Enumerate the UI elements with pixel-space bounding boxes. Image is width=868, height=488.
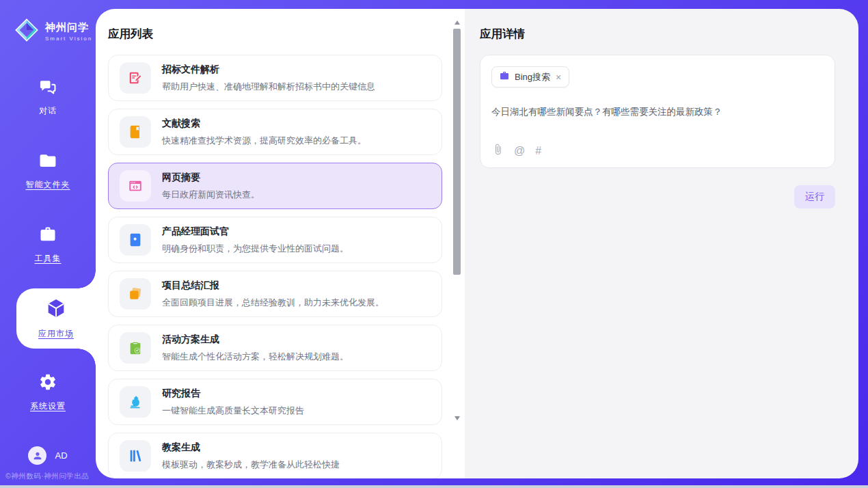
cube-icon — [45, 297, 67, 322]
sidebar-item-smart-folder[interactable]: 智能文件夹 — [0, 134, 96, 208]
app-card[interactable]: 招标文件解析 帮助用户快速、准确地理解和解析招标书中的关键信息 — [108, 55, 442, 101]
at-mention-icon[interactable]: @ — [514, 145, 525, 157]
resume-icon — [120, 224, 151, 256]
side-nav: 对话 智能文件夹 工具集 — [0, 60, 96, 429]
content-area: 应用列表 招标文件解析 帮助用户快速、准确地理解和解析招标书中的关键信息 文献搜… — [96, 9, 858, 478]
sidebar: 神州问学 Smart Vision 对话 — [0, 0, 96, 485]
app-list-panel: 应用列表 招标文件解析 帮助用户快速、准确地理解和解析招标书中的关键信息 文献搜… — [96, 9, 465, 478]
app-shell: 神州问学 Smart Vision 对话 — [0, 0, 868, 485]
app-card-desc: 智能生成个性化活动方案，轻松解决规划难题。 — [162, 351, 349, 363]
book-icon — [120, 116, 151, 148]
app-card-title: 招标文件解析 — [162, 64, 375, 76]
app-card-desc: 模板驱动，教案秒成，教学准备从此轻松快捷 — [162, 459, 340, 471]
gear-icon — [38, 372, 57, 394]
app-card[interactable]: 网页摘要 每日政府新闻资讯快查。 — [108, 163, 442, 209]
bottom-strip — [0, 485, 868, 488]
app-card-title: 项目总结汇报 — [162, 280, 384, 292]
prompt-input[interactable]: 今日湖北有哪些新闻要点？有哪些需要关注的最新政策？ — [491, 106, 824, 118]
microscope-icon — [120, 386, 151, 418]
app-card-title: 教案生成 — [162, 442, 340, 454]
brand-name: 神州问学 — [45, 21, 92, 34]
user-account[interactable]: AD — [0, 446, 96, 465]
app-card-desc: 全面回顾项目进展，总结经验教训，助力未来优化发展。 — [162, 297, 384, 309]
app-card-title: 产品经理面试官 — [162, 226, 349, 238]
app-card[interactable]: 产品经理面试官 明确身份和职责，为您提供专业性的面试问题。 — [108, 217, 442, 263]
hash-icon[interactable]: # — [535, 145, 541, 157]
app-detail-panel: 应用详情 Bing搜索 × 今日湖北有哪些新闻要点？有哪些需要关注的最新政策？ — [465, 9, 858, 478]
doc-pen-icon — [120, 62, 151, 94]
tool-chip-label: Bing搜索 — [515, 71, 550, 83]
folder-icon — [38, 151, 57, 173]
toolbox-icon — [38, 225, 57, 247]
sidebar-item-label: 工具集 — [35, 253, 62, 265]
app-list-scrollbar[interactable] — [452, 18, 462, 433]
app-card[interactable]: 活动方案生成 智能生成个性化活动方案，轻松解决规划难题。 — [108, 325, 442, 371]
app-card-desc: 一键智能生成高质量长文本研究报告 — [162, 405, 304, 417]
app-card-title: 网页摘要 — [162, 172, 260, 184]
chat-icon — [38, 77, 57, 99]
user-name: AD — [55, 450, 67, 461]
brand-subtitle: Smart Vision — [45, 36, 92, 42]
scroll-up-icon[interactable] — [455, 21, 460, 25]
copyright-text: ©神州数码·神州问学出品 — [5, 472, 89, 481]
app-card-title: 研究报告 — [162, 388, 304, 400]
sidebar-item-label: 应用市场 — [38, 328, 74, 340]
app-card-title: 文献搜索 — [162, 118, 366, 130]
app-card[interactable]: 文献搜索 快速精准查找学术资源，提高研究效率的必备工具。 — [108, 109, 442, 155]
sidebar-item-label: 智能文件夹 — [26, 179, 70, 191]
sidebar-item-label: 系统设置 — [30, 401, 66, 412]
notes-icon — [120, 278, 151, 310]
scroll-down-icon[interactable] — [455, 416, 460, 420]
browser-code-icon — [120, 170, 151, 202]
prompt-card: Bing搜索 × 今日湖北有哪些新闻要点？有哪些需要关注的最新政策？ @ # — [480, 55, 835, 168]
brand-logo: 神州问学 Smart Vision — [0, 0, 96, 60]
paperclip-icon[interactable] — [492, 144, 504, 158]
sidebar-item-settings[interactable]: 系统设置 — [0, 355, 96, 429]
sidebar-item-label: 对话 — [39, 105, 57, 117]
app-card-desc: 帮助用户快速、准确地理解和解析招标书中的关键信息 — [162, 81, 375, 93]
app-list-title: 应用列表 — [96, 9, 465, 42]
scrollbar-thumb[interactable] — [453, 29, 461, 275]
close-icon[interactable]: × — [555, 72, 562, 82]
briefcase-icon — [499, 70, 510, 84]
app-card-desc: 快速精准查找学术资源，提高研究效率的必备工具。 — [162, 135, 366, 147]
app-card[interactable]: 教案生成 模板驱动，教案秒成，教学准备从此轻松快捷 — [108, 433, 442, 478]
tool-chip-bing-search[interactable]: Bing搜索 × — [491, 66, 569, 87]
app-card-desc: 每日政府新闻资讯快查。 — [162, 189, 260, 201]
books-icon — [120, 440, 151, 472]
app-card[interactable]: 项目总结汇报 全面回顾项目进展，总结经验教训，助力未来优化发展。 — [108, 271, 442, 317]
avatar — [28, 446, 46, 465]
app-card-title: 活动方案生成 — [162, 334, 349, 346]
composer-toolbar: @ # — [492, 144, 541, 158]
sidebar-item-chat[interactable]: 对话 — [0, 60, 96, 134]
app-card-desc: 明确身份和职责，为您提供专业性的面试问题。 — [162, 243, 349, 255]
run-button[interactable]: 运行 — [794, 185, 835, 208]
diamond-logo-icon — [14, 17, 40, 46]
sidebar-item-app-market[interactable]: 应用市场 — [16, 288, 96, 349]
app-card[interactable]: 研究报告 一键智能生成高质量长文本研究报告 — [108, 379, 442, 425]
app-detail-title: 应用详情 — [465, 9, 858, 42]
clipboard-check-icon — [120, 332, 151, 364]
app-list: 招标文件解析 帮助用户快速、准确地理解和解析招标书中的关键信息 文献搜索 快速精… — [96, 55, 465, 478]
